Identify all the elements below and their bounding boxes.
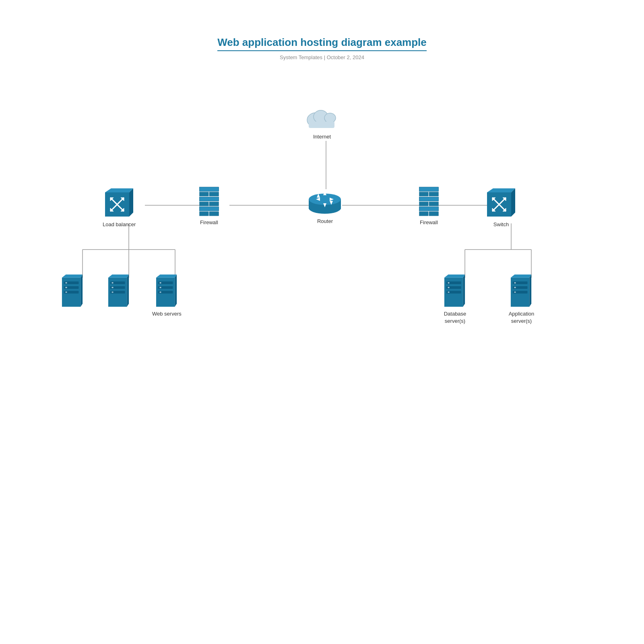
svg-rect-30	[200, 192, 209, 196]
svg-rect-37	[209, 212, 219, 216]
svg-rect-61	[419, 207, 439, 211]
internet-node: Internet	[304, 105, 340, 140]
firewall-right-icon	[418, 186, 440, 217]
svg-marker-23	[323, 191, 326, 195]
svg-rect-55	[429, 202, 438, 206]
svg-marker-42	[105, 188, 133, 192]
header: Web application hosting diagram example …	[0, 0, 644, 60]
diagram-subtitle: System Templates | October 2, 2024	[0, 54, 644, 60]
svg-rect-106	[448, 291, 450, 293]
svg-marker-63	[487, 188, 515, 192]
switch-icon	[485, 186, 517, 219]
svg-marker-90	[156, 275, 177, 278]
svg-rect-59	[419, 187, 439, 191]
svg-rect-79	[66, 291, 67, 293]
svg-rect-54	[419, 202, 429, 206]
svg-marker-100	[463, 275, 465, 307]
switch-node: Switch	[485, 186, 517, 228]
svg-marker-43	[129, 188, 133, 217]
svg-marker-82	[127, 275, 129, 307]
web-server1-icon	[60, 274, 86, 308]
web-server3-node: Web servers	[152, 274, 182, 318]
svg-rect-86	[112, 287, 114, 288]
web-servers-label: Web servers	[152, 310, 182, 318]
svg-rect-31	[209, 192, 219, 196]
db-server-label: Database server(s)	[444, 310, 466, 325]
app-server-node: Application server(s)	[508, 274, 535, 325]
svg-rect-115	[514, 291, 516, 293]
svg-rect-113	[514, 287, 516, 288]
web-server2-icon	[106, 274, 132, 308]
svg-marker-81	[108, 275, 129, 278]
firewall-right-label: Firewall	[420, 219, 438, 226]
svg-rect-39	[200, 197, 219, 201]
diagram-title: Web application hosting diagram example	[217, 36, 427, 51]
db-server-node: Database server(s)	[442, 274, 468, 325]
firewall-left-label: Firewall	[200, 219, 218, 226]
internet-icon	[304, 105, 340, 131]
svg-marker-64	[511, 188, 515, 217]
web-server3-icon	[154, 274, 180, 308]
svg-rect-33	[200, 202, 209, 206]
svg-rect-75	[66, 282, 67, 283]
firewall-left-icon	[198, 186, 220, 217]
svg-rect-104	[448, 287, 450, 288]
load-balancer-icon	[103, 186, 135, 219]
svg-rect-52	[429, 192, 438, 196]
svg-rect-40	[200, 207, 219, 211]
svg-marker-99	[444, 275, 465, 278]
svg-point-22	[309, 194, 341, 205]
svg-rect-34	[209, 202, 219, 206]
svg-marker-91	[175, 275, 177, 307]
app-server-label: Application server(s)	[509, 310, 535, 325]
diagram-area: Internet Router	[0, 89, 644, 572]
internet-label: Internet	[313, 133, 331, 140]
svg-marker-109	[529, 275, 531, 307]
svg-rect-95	[159, 287, 161, 288]
router-icon	[308, 187, 342, 215]
svg-rect-57	[419, 212, 429, 216]
svg-rect-88	[112, 291, 114, 293]
load-balancer-node: Load balancer	[103, 186, 136, 228]
load-balancer-label: Load balancer	[103, 221, 136, 228]
firewall-left-node: Firewall	[198, 186, 220, 226]
router-label: Router	[317, 218, 333, 225]
svg-marker-72	[62, 275, 83, 278]
svg-rect-111	[514, 282, 516, 283]
svg-rect-36	[200, 212, 209, 216]
app-server-icon	[508, 274, 535, 308]
svg-marker-108	[511, 275, 531, 278]
svg-rect-60	[419, 197, 439, 201]
firewall-right-node: Firewall	[418, 186, 440, 226]
svg-point-17	[324, 113, 336, 123]
svg-rect-18	[309, 122, 334, 128]
switch-label: Switch	[493, 221, 509, 228]
web-server1-node	[60, 274, 86, 308]
page-container: Web application hosting diagram example …	[0, 0, 644, 644]
svg-rect-93	[159, 282, 161, 283]
router-node: Router	[308, 187, 342, 225]
svg-rect-97	[159, 291, 161, 293]
svg-rect-51	[419, 192, 429, 196]
connections-svg	[0, 89, 644, 572]
web-server2-node	[106, 274, 132, 308]
svg-rect-38	[200, 187, 219, 191]
db-server-icon	[442, 274, 468, 308]
svg-rect-58	[429, 212, 438, 216]
svg-rect-77	[66, 287, 67, 288]
svg-marker-73	[80, 275, 83, 307]
svg-rect-102	[448, 282, 450, 283]
svg-rect-84	[112, 282, 114, 283]
